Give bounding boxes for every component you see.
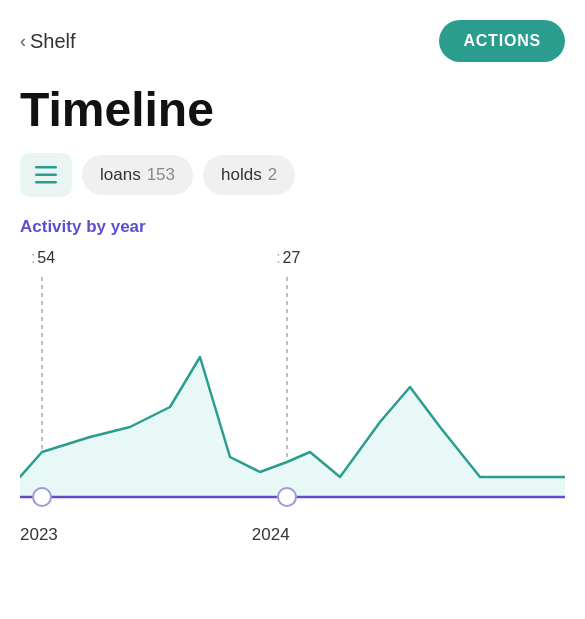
loans-label: loans: [100, 165, 141, 185]
loans-count: 153: [147, 165, 175, 185]
filter-row: loans 153 holds 2: [0, 153, 585, 217]
svg-rect-1: [35, 174, 57, 177]
svg-point-7: [33, 488, 51, 506]
svg-rect-0: [35, 166, 57, 169]
holds-label: holds: [221, 165, 262, 185]
holds-chip[interactable]: holds 2: [203, 155, 295, 195]
svg-point-8: [278, 488, 296, 506]
annotation-54: : 54: [31, 249, 55, 267]
svg-rect-2: [35, 181, 57, 184]
back-link[interactable]: ‹ Shelf: [20, 30, 76, 53]
chart-area: : 54 : 27 2023 2024: [0, 249, 585, 525]
annotation-54-value: 54: [37, 249, 55, 267]
chart-svg-container: [20, 277, 565, 521]
year-labels: 2023 2024: [20, 521, 565, 525]
annotation-27: : 27: [276, 249, 300, 267]
loans-chip[interactable]: loans 153: [82, 155, 193, 195]
hamburger-icon: [35, 164, 57, 186]
annotation-27-value: 27: [283, 249, 301, 267]
section-label: Activity by year: [0, 217, 585, 245]
header: ‹ Shelf ACTIONS: [0, 0, 585, 72]
page-title: Timeline: [0, 72, 585, 153]
holds-count: 2: [268, 165, 277, 185]
actions-button[interactable]: ACTIONS: [439, 20, 565, 62]
activity-chart: [20, 277, 565, 517]
back-label: Shelf: [30, 30, 76, 53]
back-chevron-icon: ‹: [20, 31, 26, 52]
year-2023-label: 2023: [20, 525, 58, 544]
chart-annotations: : 54 : 27: [20, 249, 565, 277]
filter-icon-button[interactable]: [20, 153, 72, 197]
year-2024-label: 2024: [252, 525, 290, 544]
